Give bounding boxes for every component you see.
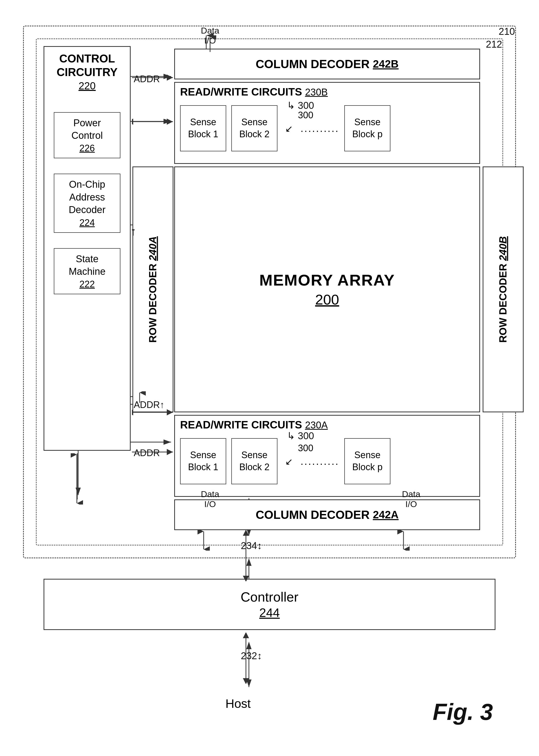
data-io-bottom-left-label: DataI/O <box>195 489 225 509</box>
rw-bottom-bidir-svg <box>132 408 176 416</box>
col-decoder-top-ref: 242B <box>373 58 399 70</box>
sense-block-ref-top: 300 <box>298 110 313 121</box>
sense-blocks-bottom-row: Sense Block 1 Sense Block 2 300 ↙ ......… <box>175 434 479 488</box>
rw-top-title: READ/WRITE CIRCUITS 230B <box>175 83 479 101</box>
arrow-to-controller-svg <box>236 530 256 581</box>
controller-box: Controller 244 <box>43 579 496 630</box>
rw-top-bidir-svg <box>132 116 176 127</box>
host-label: Host <box>225 697 251 711</box>
row-decoder-left-text: ROW DECODER 240A <box>147 236 159 343</box>
state-machine-title: State Machine <box>57 253 117 278</box>
sense-block-ref-bottom: 300 <box>298 443 313 453</box>
arrow-to-host-svg <box>236 633 256 684</box>
addr-bottom-up-svg <box>132 391 176 404</box>
dots-bottom: .......... <box>300 455 339 467</box>
col-decoder-bottom-title: COLUMN DECODER <box>256 508 373 522</box>
ref-300-top: ↳ 300 <box>287 100 314 111</box>
state-machine-box: State Machine 222 <box>54 248 120 295</box>
data-io-bottom-label: DataI/O <box>395 489 428 509</box>
sense-block-bottom-1: Sense Block 1 <box>180 438 226 484</box>
sense-block-top-1: Sense Block 1 <box>180 105 226 151</box>
controller-ref: 244 <box>259 606 280 620</box>
on-chip-ref: 224 <box>57 217 117 228</box>
diagram-container: 210 212 CONTROL CIRCUITRY 220 Power Cont… <box>15 10 524 741</box>
control-circuitry-box: CONTROL CIRCUITRY 220 Power Control 226 … <box>43 46 131 451</box>
addr-col-dec-bottom-svg <box>132 448 176 456</box>
memory-array-box: MEMORY ARRAY 200 <box>174 167 480 412</box>
ref-210: 210 <box>499 26 515 37</box>
rw-circuits-bottom: READ/WRITE CIRCUITS 230A Sense Block 1 S… <box>174 415 480 497</box>
on-chip-address-decoder-box: On-Chip Address Decoder 224 <box>54 173 120 233</box>
row-decoder-right: ROW DECODER 240B <box>483 167 524 412</box>
addr-top-right-svg <box>132 74 176 82</box>
controller-title: Controller <box>241 589 298 605</box>
control-circuitry-title: CONTROL CIRCUITRY <box>44 52 130 79</box>
sense-block-top-p: Sense Block p <box>344 105 390 151</box>
power-control-title: Power Control <box>57 117 117 142</box>
data-io-bottom-down-left-svg <box>193 530 214 551</box>
state-machine-ref: 222 <box>57 279 117 290</box>
data-io-arrow-top-svg <box>195 35 225 53</box>
row-decoder-left: ROW DECODER 240A <box>132 167 174 412</box>
on-chip-title: On-Chip Address Decoder <box>57 178 117 216</box>
data-io-bottom-down-right-svg <box>393 530 414 551</box>
ctrl-bottom-vert-svg <box>67 453 87 505</box>
sense-block-bottom-2: Sense Block 2 <box>231 438 277 484</box>
sense-block-top-2: Sense Block 2 <box>231 105 277 151</box>
ref-300-bottom: ↳ 300 <box>287 430 314 442</box>
dots-top: .......... <box>300 123 339 134</box>
rw-bottom-title: READ/WRITE CIRCUITS 230A <box>175 416 479 434</box>
power-control-ref: 226 <box>57 143 117 154</box>
control-circuitry-ref: 220 <box>79 80 96 92</box>
fig-label: Fig. 3 <box>433 699 493 725</box>
col-decoder-top-title: COLUMN DECODER <box>256 57 373 71</box>
rw-circuits-top: READ/WRITE CIRCUITS 230B Sense Block 1 S… <box>174 82 480 164</box>
ref-212: 212 <box>486 39 502 50</box>
row-decoder-right-text: ROW DECODER 240B <box>498 236 509 343</box>
column-decoder-top: COLUMN DECODER 242B <box>174 49 480 79</box>
memory-array-title: MEMORY ARRAY <box>259 271 395 289</box>
col-decoder-bottom-ref: 242A <box>373 509 399 521</box>
power-control-box: Power Control 226 <box>54 112 120 159</box>
memory-array-ref: 200 <box>315 291 339 308</box>
row-dec-left-arrow-svg <box>132 229 134 237</box>
sense-blocks-top-row: Sense Block 1 Sense Block 2 300 ↙ ......… <box>175 101 479 156</box>
sense-block-bottom-p: Sense Block p <box>344 438 390 484</box>
